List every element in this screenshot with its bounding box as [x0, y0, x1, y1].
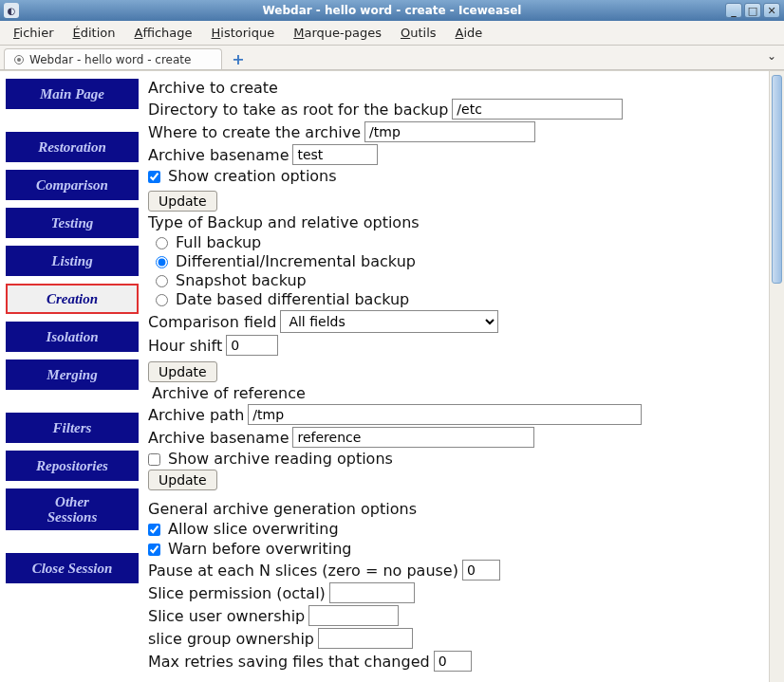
hour-shift-label: Hour shift: [148, 337, 222, 355]
backup-type-snap-label: Snapshot backup: [176, 271, 307, 289]
ref-basename-label: Archive basename: [148, 429, 289, 447]
menu-marque-pages[interactable]: Marque-pages: [286, 24, 389, 42]
hour-shift-input[interactable]: [226, 335, 278, 356]
basename-label: Archive basename: [148, 146, 289, 164]
heading-ref: Archive of reference: [152, 384, 767, 402]
ref-path-input[interactable]: [248, 404, 642, 425]
slice-group-input[interactable]: [318, 628, 413, 649]
sidebar-item-testing[interactable]: Testing: [6, 208, 139, 238]
sidebar-item-filters[interactable]: Filters: [6, 413, 139, 443]
window-minimize-button[interactable]: _: [725, 3, 742, 18]
backup-type-full-radio[interactable]: [156, 237, 168, 249]
show-create-opts-label: Show creation options: [168, 167, 337, 185]
dir-root-input[interactable]: [452, 99, 623, 120]
sidebar-item-main-page[interactable]: Main Page: [6, 79, 139, 109]
backup-type-snap-radio[interactable]: [156, 275, 168, 287]
all-tabs-button[interactable]: ⌄: [767, 49, 776, 63]
tab-bar: Webdar - hello word - create + ⌄: [0, 46, 784, 70]
show-read-opts-checkbox[interactable]: [148, 453, 160, 466]
pause-input[interactable]: [462, 560, 500, 581]
ref-basename-input[interactable]: [292, 427, 534, 448]
backup-type-diff-label: Differential/Incremental backup: [176, 252, 416, 270]
menu-édition[interactable]: Édition: [65, 24, 123, 42]
slice-user-label: Slice user ownership: [148, 607, 305, 625]
scrollbar-thumb[interactable]: [772, 75, 782, 284]
sidebar-item-comparison[interactable]: Comparison: [6, 170, 139, 200]
allow-overwrite-checkbox[interactable]: [148, 524, 160, 536]
new-tab-button[interactable]: +: [228, 48, 249, 69]
sidebar-item-creation[interactable]: Creation: [6, 284, 139, 314]
backup-type-full-label: Full backup: [176, 233, 261, 251]
app-icon: ◐: [4, 3, 19, 18]
slice-group-label: slice group ownership: [148, 630, 314, 648]
sidebar-item-restoration[interactable]: Restoration: [6, 132, 139, 162]
comparison-field-select[interactable]: All fields: [280, 310, 498, 333]
menu-outils[interactable]: Outils: [393, 24, 444, 42]
sidebar-item-merging[interactable]: Merging: [6, 359, 139, 390]
window-title: Webdar - hello word - create - Iceweasel: [0, 4, 784, 17]
where-label: Where to create the archive: [148, 123, 361, 141]
pause-label: Pause at each N slices (zero = no pause): [148, 562, 458, 580]
page-content: Main PageRestorationComparisonTestingLis…: [0, 70, 784, 682]
update-button-1[interactable]: Update: [148, 191, 217, 212]
sidebar-item-listing[interactable]: Listing: [6, 246, 139, 276]
show-read-opts-label: Show archive reading options: [168, 450, 393, 468]
window-close-button[interactable]: ✕: [763, 3, 780, 18]
menu-historique[interactable]: Historique: [204, 24, 283, 42]
backup-type-diff-radio[interactable]: [156, 256, 168, 268]
update-button-3[interactable]: Update: [148, 470, 217, 490]
sidebar-item-other-sessions[interactable]: OtherSessions: [6, 488, 139, 530]
slice-perm-input[interactable]: [329, 582, 415, 603]
sidebar-item-repositories[interactable]: Repositories: [6, 451, 139, 481]
tab-label: Webdar - hello word - create: [29, 53, 191, 66]
heading-general: General archive generation options: [148, 500, 767, 518]
sidebar-item-close-session[interactable]: Close Session: [6, 553, 139, 583]
max-retries-input[interactable]: [434, 651, 472, 672]
menu-aide[interactable]: Aide: [448, 24, 491, 42]
heading-backup-type: Type of Backup and relative options: [148, 213, 767, 231]
dir-root-label: Directory to take as root for the backup: [148, 101, 448, 119]
sidebar-item-isolation[interactable]: Isolation: [6, 322, 139, 352]
allow-overwrite-label: Allow slice overwriting: [168, 520, 339, 538]
vertical-scrollbar[interactable]: [769, 71, 784, 682]
slice-perm-label: Slice permission (octal): [148, 584, 326, 602]
where-input[interactable]: [364, 121, 535, 142]
backup-type-date-label: Date based differential backup: [176, 290, 409, 308]
menu-fichier[interactable]: Fichier: [6, 24, 62, 42]
show-create-opts-checkbox[interactable]: [148, 171, 160, 183]
max-retries-label: Max retries saving files that changed: [148, 653, 430, 671]
backup-type-date-radio[interactable]: [156, 294, 168, 306]
tab-active[interactable]: Webdar - hello word - create: [4, 48, 222, 69]
warn-overwrite-checkbox[interactable]: [148, 544, 160, 556]
main-form: Archive to create Directory to take as r…: [144, 71, 784, 682]
heading-archive-create: Archive to create: [148, 79, 767, 97]
update-button-2[interactable]: Update: [148, 361, 217, 382]
basename-input[interactable]: [292, 144, 378, 165]
tab-favicon-icon: [14, 55, 24, 65]
slice-user-input[interactable]: [308, 605, 399, 626]
sidebar: Main PageRestorationComparisonTestingLis…: [0, 71, 144, 682]
menubar: FichierÉditionAffichageHistoriqueMarque-…: [0, 21, 784, 46]
comparison-field-label: Comparison field: [148, 313, 276, 331]
menu-affichage[interactable]: Affichage: [126, 24, 199, 42]
window-titlebar: ◐ Webdar - hello word - create - Iceweas…: [0, 0, 784, 21]
window-maximize-button[interactable]: □: [744, 3, 761, 18]
warn-overwrite-label: Warn before overwriting: [168, 540, 352, 558]
ref-path-label: Archive path: [148, 406, 244, 424]
